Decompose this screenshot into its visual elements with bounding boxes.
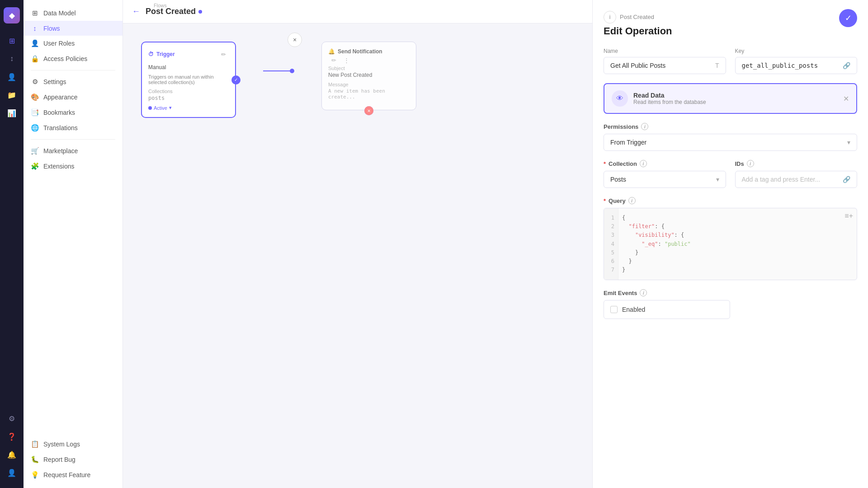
- name-value: Get All Public Posts: [610, 62, 665, 69]
- sidebar-item-flows[interactable]: ↕ Flows: [24, 21, 123, 36]
- code-line-2: "filter": {: [622, 222, 691, 231]
- notify-menu-button[interactable]: ⋮: [341, 55, 352, 66]
- rail-icon-notifications[interactable]: 🔔: [4, 446, 20, 463]
- line-num-5: 5: [608, 249, 614, 257]
- emit-enabled-checkbox[interactable]: [610, 306, 618, 313]
- sidebar-item-extensions[interactable]: 🧩 Extensions: [24, 159, 123, 174]
- line-num-4: 4: [608, 240, 614, 249]
- rail-icon-analytics[interactable]: 📊: [4, 105, 20, 121]
- rail-icon-users[interactable]: 👤: [4, 69, 20, 85]
- notify-message-label: Message: [328, 82, 410, 87]
- query-actions-icon[interactable]: ≡+: [844, 212, 853, 220]
- operation-description: Read items from the database: [633, 99, 706, 105]
- rail-icon-files[interactable]: 📁: [4, 87, 20, 103]
- rail-icon-home[interactable]: ⊞: [4, 33, 20, 49]
- text-icon: T: [715, 62, 719, 69]
- active-circle: [148, 106, 152, 110]
- key-group: Key get_all_public_posts 🔗: [735, 48, 858, 74]
- sidebar-item-system-logs[interactable]: 📋 System Logs: [24, 436, 123, 452]
- sidebar-item-label: Translations: [43, 124, 78, 131]
- sidebar-item-label: Bookmarks: [43, 109, 75, 116]
- connector: [263, 69, 294, 73]
- extensions-icon: 🧩: [31, 162, 39, 170]
- sidebar-item-report-bug[interactable]: 🐛 Report Bug: [24, 452, 123, 467]
- chevron-down-icon: ▾: [847, 139, 850, 146]
- trigger-edit-button[interactable]: ✏: [218, 49, 229, 60]
- breadcrumb: Flows: [154, 3, 167, 8]
- request-feature-icon: 💡: [31, 471, 39, 479]
- sidebar-item-access-policies[interactable]: 🔒 Access Policies: [24, 51, 123, 66]
- sidebar-item-translations[interactable]: 🌐 Translations: [24, 120, 123, 136]
- key-value: get_all_public_posts: [742, 62, 818, 69]
- rail-icon-settings[interactable]: ⚙: [4, 410, 20, 427]
- chevron-down-icon: ▾: [169, 105, 172, 111]
- collection-group: * Collection i Posts ▾: [604, 160, 726, 188]
- key-label: Key: [735, 48, 858, 54]
- trigger-node-header: ⏱ Trigger ✏: [148, 49, 229, 60]
- required-star: *: [604, 197, 606, 204]
- save-button[interactable]: ✓: [839, 9, 857, 27]
- notify-subject-label: Subject: [328, 66, 410, 71]
- trigger-node-type: ⏱ Trigger: [148, 51, 175, 57]
- emit-events-section: Emit Events i Enabled: [604, 289, 857, 319]
- system-logs-icon: 📋: [31, 440, 39, 448]
- permissions-select[interactable]: From Trigger ▾: [604, 134, 857, 151]
- canvas-body: ⏱ Trigger ✏ Manual Triggers on manual ru…: [123, 23, 592, 136]
- active-dot: [198, 10, 202, 14]
- trigger-status: Active ▾: [148, 105, 229, 111]
- operation-icon: 👁: [612, 90, 628, 107]
- marketplace-icon: 🛒: [31, 147, 39, 155]
- flows-icon: ↕: [31, 24, 39, 32]
- back-button[interactable]: ←: [132, 7, 140, 16]
- code-line-3: "visibility": {: [622, 231, 691, 239]
- trigger-collections-value: posts: [148, 95, 229, 101]
- sidebar-item-request-feature[interactable]: 💡 Request Feature: [24, 467, 123, 483]
- notify-edit-button[interactable]: ✏: [328, 55, 339, 66]
- sidebar-item-marketplace[interactable]: 🛒 Marketplace: [24, 143, 123, 159]
- notify-node-header: 🔔 Send Notification ✏ ⋮: [328, 48, 410, 66]
- sidebar-item-label: Appearance: [43, 94, 78, 101]
- code-line-5: }: [622, 249, 691, 257]
- sidebar-item-label: User Roles: [43, 40, 75, 47]
- close-button[interactable]: ×: [288, 33, 302, 47]
- sidebar-item-label: System Logs: [43, 441, 80, 448]
- key-input[interactable]: get_all_public_posts 🔗: [735, 57, 858, 74]
- permissions-value: From Trigger: [610, 139, 646, 146]
- sidebar-item-data-model[interactable]: ⊞ Data Model: [24, 5, 123, 21]
- trigger-check-icon: ✓: [231, 75, 241, 84]
- app-logo[interactable]: ◆: [4, 7, 20, 23]
- operation-card: 👁 Read Data Read items from the database…: [604, 83, 857, 114]
- rail-icon-help[interactable]: ❓: [4, 428, 20, 445]
- line-numbers: 1 2 3 4 5 6 7: [604, 208, 618, 280]
- line-num-6: 6: [608, 257, 614, 266]
- collection-ids-row: * Collection i Posts ▾ IDs i Add a tag a…: [604, 160, 857, 188]
- collection-select[interactable]: Posts ▾: [604, 171, 726, 188]
- trigger-description: Triggers on manual run within selected c…: [148, 74, 229, 85]
- ids-tag-input[interactable]: Add a tag and press Enter... 🔗: [735, 171, 858, 188]
- sidebar-item-appearance[interactable]: 🎨 Appearance: [24, 89, 123, 105]
- sidebar-divider-2: [31, 139, 115, 140]
- rail-icon-flows[interactable]: ↕: [4, 51, 20, 67]
- sidebar-item-bookmarks[interactable]: 📑 Bookmarks: [24, 105, 123, 120]
- permissions-section: Permissions i From Trigger ▾: [604, 123, 857, 151]
- sidebar-item-label: Data Model: [43, 9, 76, 17]
- sidebar-item-label: Extensions: [43, 163, 74, 170]
- trigger-mode-value: Manual: [148, 64, 229, 70]
- sidebar: ⊞ Data Model ↕ Flows 👤 User Roles 🔒 Acce…: [24, 0, 123, 488]
- sidebar-item-settings[interactable]: ⚙ Settings: [24, 74, 123, 89]
- appearance-icon: 🎨: [31, 93, 39, 101]
- name-key-row: Name Get All Public Posts T Key get_all_…: [604, 48, 857, 74]
- data-model-icon: ⊞: [31, 9, 39, 17]
- operation-close-button[interactable]: ✕: [843, 94, 849, 103]
- link-icon: 🔗: [843, 62, 850, 69]
- name-input[interactable]: Get All Public Posts T: [604, 57, 726, 74]
- line-num-7: 7: [608, 266, 614, 274]
- sidebar-item-user-roles[interactable]: 👤 User Roles: [24, 36, 123, 51]
- name-group: Name Get All Public Posts T: [604, 48, 726, 74]
- emit-enabled-label: Enabled: [622, 306, 645, 313]
- trigger-collections-label: Collections: [148, 89, 229, 94]
- collection-chevron-icon: ▾: [716, 176, 719, 183]
- collection-info-icon: i: [640, 160, 647, 167]
- query-editor[interactable]: 1 2 3 4 5 6 7 { "filter": { "visibility"…: [604, 208, 857, 280]
- rail-icon-profile[interactable]: 👤: [4, 465, 20, 481]
